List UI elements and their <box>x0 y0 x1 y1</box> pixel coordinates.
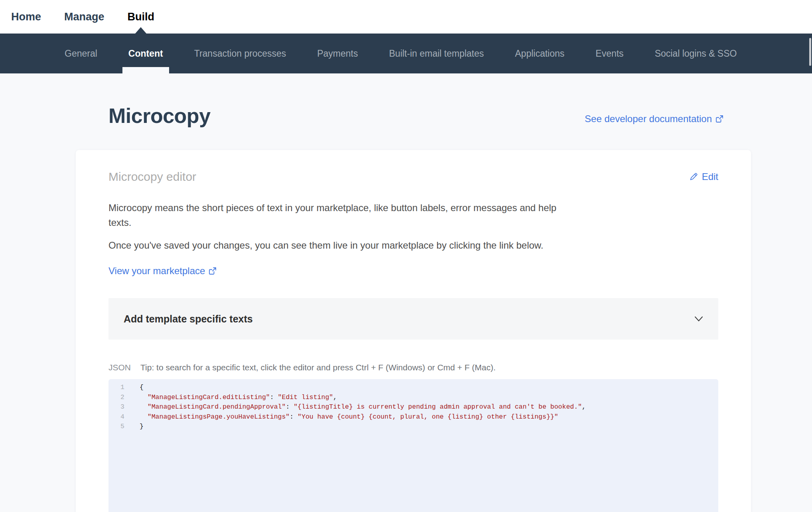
scrollbar-thumb[interactable] <box>809 38 811 66</box>
tab-general[interactable]: General <box>65 34 97 73</box>
edit-pencil-icon <box>689 172 698 182</box>
tab-social-logins-sso[interactable]: Social logins & SSO <box>655 34 737 73</box>
tab-applications[interactable]: Applications <box>515 34 564 73</box>
chevron-down-icon <box>694 316 703 322</box>
microcopy-editor-card: Microcopy editor Edit Microcopy means th… <box>76 150 751 512</box>
build-sub-navigation: General Content Transaction processes Pa… <box>0 34 812 73</box>
external-link-icon <box>209 267 217 275</box>
top-nav-build[interactable]: Build <box>128 0 155 34</box>
description-paragraph-1: Microcopy means the short pieces of text… <box>108 200 561 230</box>
top-nav-home[interactable]: Home <box>11 0 41 34</box>
top-navigation: Home Manage Build <box>0 0 812 34</box>
line-number: 3 <box>108 402 124 412</box>
editor-tip: Tip: to search for a specific text, clic… <box>140 363 496 372</box>
page-title: Microcopy <box>108 104 211 128</box>
active-tab-pointer <box>135 27 146 34</box>
view-marketplace-link-label: View your marketplace <box>108 265 205 277</box>
view-marketplace-link[interactable]: View your marketplace <box>108 265 217 277</box>
add-template-texts-accordion[interactable]: Add template specific texts <box>108 298 718 340</box>
developer-documentation-link-label: See developer documentation <box>585 113 712 125</box>
tab-built-in-email-templates[interactable]: Built-in email templates <box>389 34 484 73</box>
line-number: 1 <box>108 383 124 393</box>
edit-button[interactable]: Edit <box>689 171 718 182</box>
code-line: 5 } <box>108 422 718 432</box>
json-code-editor[interactable]: 1 { 2 "ManageListingCard.editListing": "… <box>108 379 718 512</box>
top-nav-build-label: Build <box>128 11 155 23</box>
editor-meta-row: JSON Tip: to search for a specific text,… <box>108 363 718 372</box>
line-number: 2 <box>108 393 124 403</box>
line-number: 5 <box>108 422 124 432</box>
tab-content[interactable]: Content <box>128 34 163 73</box>
accordion-label: Add template specific texts <box>124 313 253 325</box>
section-title: Microcopy editor <box>108 170 196 184</box>
tab-events[interactable]: Events <box>595 34 623 73</box>
top-nav-home-label: Home <box>11 11 41 23</box>
tab-payments[interactable]: Payments <box>317 34 358 73</box>
card-header: Microcopy editor Edit <box>108 170 718 184</box>
external-link-icon <box>715 115 723 123</box>
format-label: JSON <box>108 363 131 372</box>
top-nav-manage[interactable]: Manage <box>64 0 104 34</box>
top-nav-manage-label: Manage <box>64 11 104 23</box>
developer-documentation-link[interactable]: See developer documentation <box>585 113 723 125</box>
edit-button-label: Edit <box>702 171 718 182</box>
description-paragraph-2: Once you've saved your changes, you can … <box>108 238 718 253</box>
code-line: 4 "ManageListingsPage.youHaveListings": … <box>108 412 718 422</box>
code-line: 1 { <box>108 383 718 393</box>
tab-transaction-processes[interactable]: Transaction processes <box>194 34 286 73</box>
line-number: 4 <box>108 412 124 422</box>
code-line: 3 "ManageListingCard.pendingApproval": "… <box>108 402 718 412</box>
page-header: Microcopy See developer documentation <box>0 73 812 128</box>
code-line: 2 "ManageListingCard.editListing": "Edit… <box>108 393 718 403</box>
